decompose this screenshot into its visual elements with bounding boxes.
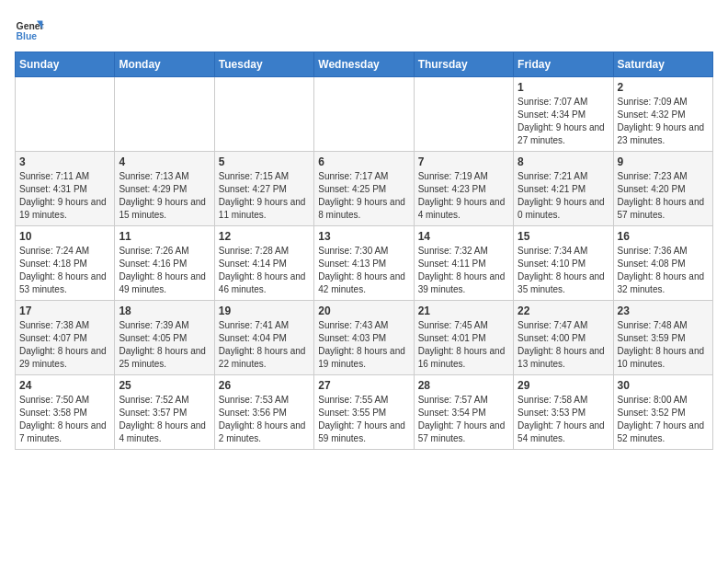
weekday-header: Thursday bbox=[414, 52, 513, 77]
calendar-cell: 18Sunrise: 7:39 AM Sunset: 4:05 PM Dayli… bbox=[115, 301, 214, 375]
day-info: Sunrise: 7:21 AM Sunset: 4:21 PM Dayligh… bbox=[518, 170, 609, 222]
calendar-cell: 6Sunrise: 7:17 AM Sunset: 4:25 PM Daylig… bbox=[314, 152, 414, 226]
logo: General Blue bbox=[15, 15, 44, 44]
calendar-cell bbox=[115, 77, 214, 152]
calendar-cell: 8Sunrise: 7:21 AM Sunset: 4:21 PM Daylig… bbox=[514, 152, 613, 226]
calendar-cell: 9Sunrise: 7:23 AM Sunset: 4:20 PM Daylig… bbox=[613, 152, 712, 226]
day-number: 18 bbox=[119, 304, 210, 317]
day-info: Sunrise: 8:00 AM Sunset: 3:52 PM Dayligh… bbox=[618, 394, 709, 445]
day-number: 5 bbox=[219, 155, 310, 168]
calendar-cell bbox=[214, 77, 313, 152]
day-number: 26 bbox=[219, 379, 310, 392]
day-info: Sunrise: 7:23 AM Sunset: 4:20 PM Dayligh… bbox=[618, 170, 709, 222]
calendar-week-row: 10Sunrise: 7:24 AM Sunset: 4:18 PM Dayli… bbox=[16, 226, 713, 301]
calendar-cell bbox=[314, 77, 414, 152]
day-number: 14 bbox=[418, 230, 509, 243]
day-number: 12 bbox=[219, 230, 310, 243]
weekday-header: Sunday bbox=[16, 52, 115, 77]
calendar-cell: 23Sunrise: 7:48 AM Sunset: 3:59 PM Dayli… bbox=[613, 301, 712, 375]
calendar-cell: 26Sunrise: 7:53 AM Sunset: 3:56 PM Dayli… bbox=[214, 375, 313, 450]
calendar-cell: 3Sunrise: 7:11 AM Sunset: 4:31 PM Daylig… bbox=[16, 152, 115, 226]
day-info: Sunrise: 7:41 AM Sunset: 4:04 PM Dayligh… bbox=[219, 319, 310, 371]
day-number: 6 bbox=[318, 155, 409, 168]
calendar-cell: 29Sunrise: 7:58 AM Sunset: 3:53 PM Dayli… bbox=[514, 375, 613, 450]
weekday-header: Tuesday bbox=[214, 52, 313, 77]
day-info: Sunrise: 7:34 AM Sunset: 4:10 PM Dayligh… bbox=[518, 245, 609, 296]
calendar-week-row: 17Sunrise: 7:38 AM Sunset: 4:07 PM Dayli… bbox=[16, 301, 713, 375]
day-number: 2 bbox=[618, 81, 709, 94]
calendar-cell: 28Sunrise: 7:57 AM Sunset: 3:54 PM Dayli… bbox=[414, 375, 513, 450]
day-info: Sunrise: 7:32 AM Sunset: 4:11 PM Dayligh… bbox=[418, 245, 509, 296]
day-number: 16 bbox=[618, 230, 709, 243]
day-number: 13 bbox=[318, 230, 409, 243]
weekday-header-row: SundayMondayTuesdayWednesdayThursdayFrid… bbox=[16, 52, 713, 77]
day-number: 15 bbox=[518, 230, 609, 243]
calendar-table: SundayMondayTuesdayWednesdayThursdayFrid… bbox=[15, 52, 713, 450]
day-info: Sunrise: 7:15 AM Sunset: 4:27 PM Dayligh… bbox=[219, 170, 310, 222]
day-info: Sunrise: 7:53 AM Sunset: 3:56 PM Dayligh… bbox=[219, 394, 310, 445]
day-info: Sunrise: 7:38 AM Sunset: 4:07 PM Dayligh… bbox=[19, 319, 110, 371]
day-number: 17 bbox=[19, 304, 110, 317]
calendar-cell: 7Sunrise: 7:19 AM Sunset: 4:23 PM Daylig… bbox=[414, 152, 513, 226]
calendar-cell: 1Sunrise: 7:07 AM Sunset: 4:34 PM Daylig… bbox=[514, 77, 613, 152]
day-info: Sunrise: 7:19 AM Sunset: 4:23 PM Dayligh… bbox=[418, 170, 509, 222]
day-number: 24 bbox=[19, 379, 110, 392]
calendar-cell: 2Sunrise: 7:09 AM Sunset: 4:32 PM Daylig… bbox=[613, 77, 712, 152]
day-number: 3 bbox=[19, 155, 110, 168]
day-number: 29 bbox=[518, 379, 609, 392]
calendar-cell: 30Sunrise: 8:00 AM Sunset: 3:52 PM Dayli… bbox=[613, 375, 712, 450]
calendar-cell: 16Sunrise: 7:36 AM Sunset: 4:08 PM Dayli… bbox=[613, 226, 712, 301]
day-number: 22 bbox=[518, 304, 609, 317]
calendar-body: 1Sunrise: 7:07 AM Sunset: 4:34 PM Daylig… bbox=[16, 77, 713, 450]
day-info: Sunrise: 7:45 AM Sunset: 4:01 PM Dayligh… bbox=[418, 319, 509, 371]
day-info: Sunrise: 7:24 AM Sunset: 4:18 PM Dayligh… bbox=[19, 245, 110, 296]
day-number: 8 bbox=[518, 155, 609, 168]
day-info: Sunrise: 7:13 AM Sunset: 4:29 PM Dayligh… bbox=[119, 170, 210, 222]
calendar-week-row: 1Sunrise: 7:07 AM Sunset: 4:34 PM Daylig… bbox=[16, 77, 713, 152]
day-number: 10 bbox=[19, 230, 110, 243]
calendar-cell: 15Sunrise: 7:34 AM Sunset: 4:10 PM Dayli… bbox=[514, 226, 613, 301]
calendar-cell: 17Sunrise: 7:38 AM Sunset: 4:07 PM Dayli… bbox=[16, 301, 115, 375]
calendar-cell: 19Sunrise: 7:41 AM Sunset: 4:04 PM Dayli… bbox=[214, 301, 313, 375]
day-info: Sunrise: 7:36 AM Sunset: 4:08 PM Dayligh… bbox=[618, 245, 709, 296]
day-number: 27 bbox=[318, 379, 409, 392]
day-info: Sunrise: 7:07 AM Sunset: 4:34 PM Dayligh… bbox=[518, 96, 609, 147]
calendar-cell: 4Sunrise: 7:13 AM Sunset: 4:29 PM Daylig… bbox=[115, 152, 214, 226]
day-number: 25 bbox=[119, 379, 210, 392]
weekday-header: Saturday bbox=[613, 52, 712, 77]
calendar-cell: 5Sunrise: 7:15 AM Sunset: 4:27 PM Daylig… bbox=[214, 152, 313, 226]
day-info: Sunrise: 7:26 AM Sunset: 4:16 PM Dayligh… bbox=[119, 245, 210, 296]
day-info: Sunrise: 7:28 AM Sunset: 4:14 PM Dayligh… bbox=[219, 245, 310, 296]
calendar-cell: 24Sunrise: 7:50 AM Sunset: 3:58 PM Dayli… bbox=[16, 375, 115, 450]
day-info: Sunrise: 7:17 AM Sunset: 4:25 PM Dayligh… bbox=[318, 170, 409, 222]
calendar-cell: 21Sunrise: 7:45 AM Sunset: 4:01 PM Dayli… bbox=[414, 301, 513, 375]
day-number: 7 bbox=[418, 155, 509, 168]
day-info: Sunrise: 7:11 AM Sunset: 4:31 PM Dayligh… bbox=[19, 170, 110, 222]
calendar-cell: 11Sunrise: 7:26 AM Sunset: 4:16 PM Dayli… bbox=[115, 226, 214, 301]
day-info: Sunrise: 7:43 AM Sunset: 4:03 PM Dayligh… bbox=[318, 319, 409, 371]
day-info: Sunrise: 7:39 AM Sunset: 4:05 PM Dayligh… bbox=[119, 319, 210, 371]
day-info: Sunrise: 7:30 AM Sunset: 4:13 PM Dayligh… bbox=[318, 245, 409, 296]
calendar-cell: 10Sunrise: 7:24 AM Sunset: 4:18 PM Dayli… bbox=[16, 226, 115, 301]
day-number: 30 bbox=[618, 379, 709, 392]
day-info: Sunrise: 7:09 AM Sunset: 4:32 PM Dayligh… bbox=[618, 96, 709, 147]
day-number: 20 bbox=[318, 304, 409, 317]
weekday-header: Friday bbox=[514, 52, 613, 77]
day-info: Sunrise: 7:57 AM Sunset: 3:54 PM Dayligh… bbox=[418, 394, 509, 445]
day-number: 4 bbox=[119, 155, 210, 168]
calendar-cell: 14Sunrise: 7:32 AM Sunset: 4:11 PM Dayli… bbox=[414, 226, 513, 301]
calendar-cell bbox=[414, 77, 513, 152]
logo-icon: General Blue bbox=[15, 15, 44, 44]
day-info: Sunrise: 7:50 AM Sunset: 3:58 PM Dayligh… bbox=[19, 394, 110, 445]
calendar-cell: 20Sunrise: 7:43 AM Sunset: 4:03 PM Dayli… bbox=[314, 301, 414, 375]
calendar-cell: 25Sunrise: 7:52 AM Sunset: 3:57 PM Dayli… bbox=[115, 375, 214, 450]
calendar-cell: 13Sunrise: 7:30 AM Sunset: 4:13 PM Dayli… bbox=[314, 226, 414, 301]
calendar-cell: 27Sunrise: 7:55 AM Sunset: 3:55 PM Dayli… bbox=[314, 375, 414, 450]
day-number: 19 bbox=[219, 304, 310, 317]
day-number: 11 bbox=[119, 230, 210, 243]
calendar-cell: 22Sunrise: 7:47 AM Sunset: 4:00 PM Dayli… bbox=[514, 301, 613, 375]
day-info: Sunrise: 7:52 AM Sunset: 3:57 PM Dayligh… bbox=[119, 394, 210, 445]
day-number: 23 bbox=[618, 304, 709, 317]
page-header: General Blue bbox=[15, 15, 713, 44]
day-number: 21 bbox=[418, 304, 509, 317]
